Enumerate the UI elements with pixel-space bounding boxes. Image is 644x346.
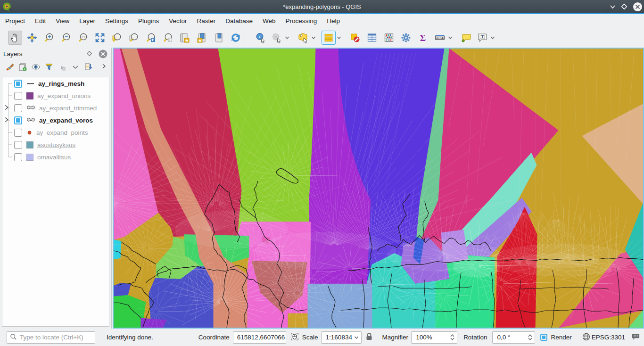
svg-text:1:1: 1:1	[81, 35, 85, 39]
svg-text:T: T	[481, 34, 484, 39]
svg-text:i: i	[259, 34, 261, 39]
svg-text:Σ: Σ	[420, 33, 426, 43]
